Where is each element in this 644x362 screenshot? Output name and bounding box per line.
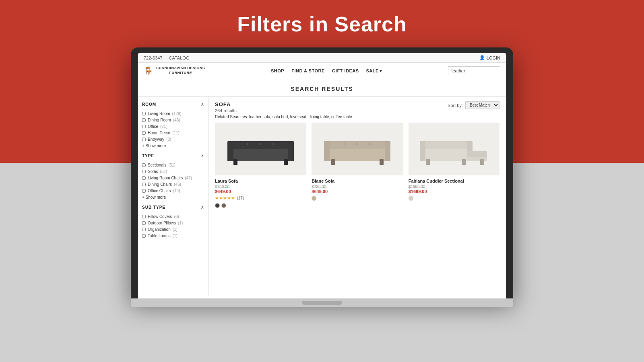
search-input[interactable] (448, 66, 500, 75)
products-area: SOFA 264 results Related Searches: leath… (208, 97, 506, 296)
filter-room-section: ROOM ∧ Living Room (128) Dining Room (43… (142, 102, 204, 148)
sort-select[interactable]: Best Match (465, 101, 500, 109)
filter-subtype-pillow-covers[interactable]: Pillow Covers (6) (142, 214, 204, 219)
products-count: 264 results (215, 108, 352, 113)
products-grid: Laura Sofa $799.00 $649.00 ★★★★★ (17) (215, 123, 500, 208)
swatch-brown[interactable] (221, 203, 226, 208)
filter-subtype-organization[interactable]: Organization (1) (142, 227, 204, 232)
product-image-blane (312, 123, 402, 175)
chevron-up-icon-subtype: ∧ (201, 205, 204, 210)
svg-rect-2 (227, 141, 233, 161)
search-results-header: SEARCH RESULTS (138, 79, 506, 97)
svg-point-7 (260, 143, 261, 145)
swatch-dark[interactable] (215, 203, 220, 208)
checkbox-living-room-chairs[interactable] (142, 176, 146, 180)
filter-type-sectionals[interactable]: Sectionals (51) (142, 163, 204, 167)
svg-rect-26 (480, 159, 484, 165)
swatch-cream[interactable] (409, 196, 413, 201)
user-icon: 👤 (479, 55, 485, 60)
brand-logo[interactable]: 🪑 SCANDINAVIAN DESIGNS FURNITURE (144, 66, 205, 76)
chevron-down-icon: ▾ (380, 68, 382, 74)
checkbox-organization[interactable] (142, 228, 146, 231)
login-link[interactable]: LOGIN (487, 56, 500, 60)
svg-rect-1 (227, 141, 294, 149)
checkbox-dining-chairs[interactable] (142, 183, 146, 186)
filter-type-dining-chairs[interactable]: Dining Chairs (46) (142, 182, 204, 187)
sidebar-filters: ROOM ∧ Living Room (128) Dining Room (43… (138, 97, 208, 296)
laptop-base (131, 298, 513, 307)
svg-rect-9 (324, 147, 390, 161)
nav-sale[interactable]: SALE ▾ (366, 68, 382, 74)
product-name-laura: Laura Sofa (215, 179, 306, 183)
sort-area: Sort by: Best Match (448, 101, 500, 109)
checkbox-sectionals[interactable] (142, 163, 146, 167)
product-price-orig-fabiana: $1999.00 (409, 185, 500, 189)
filter-type-header[interactable]: TYPE ∧ (142, 154, 204, 160)
svg-rect-4 (233, 159, 237, 165)
product-card-blane[interactable]: Blane Sofa $789.00 $649.00 (312, 123, 402, 208)
laptop-screen: 722-6347 CATALOG 👤 LOGIN 🪑 SCANDINAVIAN … (138, 53, 506, 298)
svg-rect-10 (324, 141, 390, 149)
checkbox-pillow-covers[interactable] (142, 215, 146, 218)
product-image-fabiana (409, 123, 500, 175)
checkbox-outdoor-pillows[interactable] (142, 221, 146, 225)
checkbox-entryway[interactable] (142, 138, 146, 141)
checkbox-office-chairs[interactable] (142, 189, 146, 193)
filter-subtype-outdoor-pillows[interactable]: Outdoor Pillows (1) (142, 221, 204, 225)
checkbox-table-lamps[interactable] (142, 234, 146, 238)
product-image-laura (215, 123, 306, 175)
checkbox-home-decor[interactable] (142, 131, 146, 135)
chevron-up-icon: ∧ (201, 102, 204, 107)
products-info: SOFA 264 results Related Searches: leath… (215, 101, 352, 119)
svg-point-8 (272, 143, 274, 145)
svg-rect-14 (380, 159, 384, 165)
filter-type-office-chairs[interactable]: Office Chairs (19) (142, 189, 204, 193)
svg-point-16 (356, 143, 358, 145)
nav-gift-ideas[interactable]: GIFT IDEAS (332, 68, 359, 73)
product-card-fabiana[interactable]: Fabiana Cuddler Sectional $1999.00 $1699… (409, 123, 500, 208)
laptop-base-notch (302, 301, 342, 305)
svg-rect-24 (426, 159, 430, 165)
filter-room-living[interactable]: Living Room (128) (142, 111, 204, 116)
nav-top-right: 👤 LOGIN (479, 55, 500, 60)
nav-find-store[interactable]: FIND A STORE (291, 68, 325, 73)
laptop-frame: 722-6347 CATALOG 👤 LOGIN 🪑 SCANDINAVIAN … (131, 47, 513, 298)
checkbox-living-room[interactable] (142, 112, 146, 115)
svg-rect-12 (385, 141, 390, 161)
svg-rect-20 (420, 141, 425, 161)
svg-rect-0 (227, 147, 294, 161)
svg-rect-18 (420, 147, 472, 161)
nav-main-bar: 🪑 SCANDINAVIAN DESIGNS FURNITURE SHOP FI… (138, 63, 506, 79)
product-price-sale-fabiana: $1699.00 (409, 189, 500, 194)
catalog-link[interactable]: CATALOG (169, 56, 190, 60)
nav-top-bar: 722-6347 CATALOG 👤 LOGIN (138, 53, 506, 63)
filter-type-living-room-chairs[interactable]: Living Room Chairs (47) (142, 176, 204, 180)
filter-room-home-decor[interactable]: Home Decor (11) (142, 131, 204, 135)
product-swatches-fabiana (409, 196, 500, 201)
filter-room-office[interactable]: Office (21) (142, 124, 204, 129)
svg-rect-19 (420, 141, 472, 149)
nav-shop[interactable]: SHOP (271, 68, 284, 73)
filter-room-dining[interactable]: Dining Room (43) (142, 118, 204, 122)
checkbox-dining-room[interactable] (142, 118, 146, 122)
filter-room-header[interactable]: ROOM ∧ (142, 102, 204, 108)
svg-point-15 (343, 143, 345, 145)
filter-subtype-table-lamps[interactable]: Table Lamps (1) (142, 234, 204, 238)
product-card-laura[interactable]: Laura Sofa $799.00 $649.00 ★★★★★ (17) (215, 123, 306, 208)
filter-subtype-section: SUB TYPE ∧ Pillow Covers (6) Outdoor Pil… (142, 205, 204, 238)
svg-rect-11 (324, 141, 330, 161)
room-show-more[interactable]: + Show more (142, 144, 204, 148)
checkbox-sofas[interactable] (142, 170, 146, 173)
product-price-sale-blane: $649.00 (312, 189, 402, 194)
filter-type-sofas[interactable]: Sofas (51) (142, 169, 204, 174)
type-show-more[interactable]: + Show more (142, 195, 204, 200)
product-price-orig-laura: $799.00 (215, 185, 306, 189)
filter-room-entryway[interactable]: Entryway (3) (142, 137, 204, 142)
filter-subtype-header[interactable]: SUB TYPE ∧ (142, 205, 204, 211)
swatch-tan[interactable] (312, 196, 316, 201)
svg-rect-3 (288, 141, 294, 161)
brand-icon: 🪑 (144, 66, 154, 76)
checkbox-office[interactable] (142, 125, 146, 128)
svg-rect-25 (462, 159, 466, 165)
laptop-mockup: 722-6347 CATALOG 👤 LOGIN 🪑 SCANDINAVIAN … (131, 47, 513, 307)
